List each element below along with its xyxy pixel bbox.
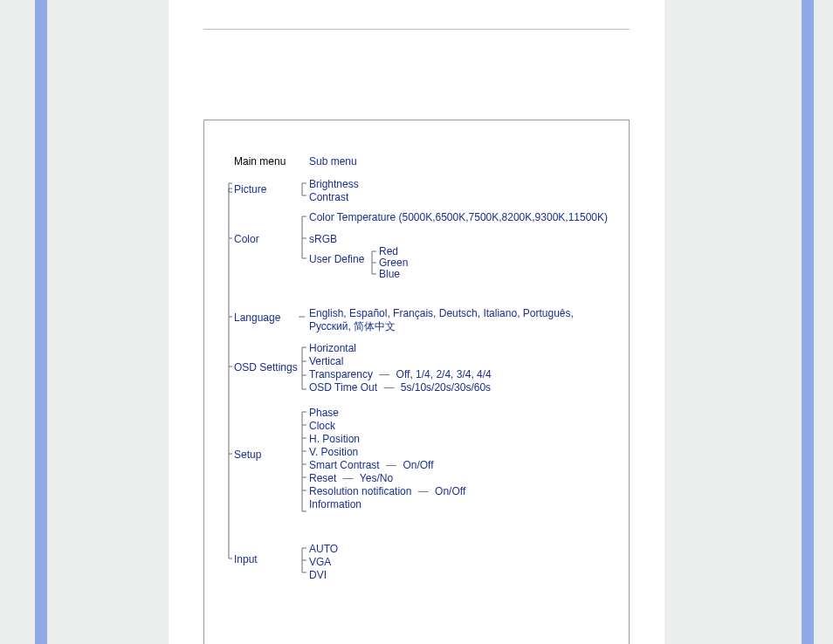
item-color-temp: Color Temperature (5000K,6500K,7500K,820…	[309, 211, 608, 223]
menu-input: Input	[234, 553, 258, 565]
item-resolution-notification: Resolution notification — On/Off	[309, 485, 465, 498]
margin-strip-right	[802, 0, 814, 644]
header-sub: Sub menu	[309, 155, 357, 168]
item-blue: Blue	[379, 269, 408, 280]
menu-picture: Picture	[234, 183, 266, 195]
item-osd-timeout: OSD Time Out — 5s/10s/20s/30s/60s	[309, 381, 492, 394]
sub-setup: Phase Clock H. Position V. Position Smar…	[309, 407, 465, 511]
item-smart-contrast: Smart Contrast — On/Off	[309, 459, 465, 472]
item-auto: AUTO	[309, 543, 338, 556]
label-transparency: Transparency	[309, 368, 373, 380]
diagram-frame: Main menu Sub menu Picture Color Languag…	[203, 120, 630, 644]
item-clock: Clock	[309, 420, 465, 433]
opts-transparency: Off, 1/4, 2/4, 3/4, 4/4	[396, 368, 492, 380]
dash-icon: —	[418, 485, 429, 497]
label-resolution-notification: Resolution notification	[309, 485, 411, 497]
item-vposition: V. Position	[309, 446, 465, 459]
item-information: Information	[309, 498, 465, 511]
item-user-define: User Define	[309, 253, 364, 265]
sub-input: AUTO VGA DVI	[309, 543, 338, 582]
item-vga: VGA	[309, 556, 338, 569]
label-osd-timeout: OSD Time Out	[309, 381, 377, 394]
dash-icon: —	[379, 368, 389, 380]
item-reset: Reset — Yes/No	[309, 472, 465, 485]
menu-setup: Setup	[234, 449, 261, 461]
item-contrast: Contrast	[309, 191, 359, 204]
sub-user-define-rgb: Red Green Blue	[379, 246, 408, 280]
top-rule	[203, 29, 630, 30]
menu-color: Color	[234, 233, 259, 245]
menu-language: Language	[234, 312, 280, 324]
item-horizontal: Horizontal	[309, 342, 492, 355]
sub-picture: Brightness Contrast	[309, 178, 359, 204]
item-vertical: Vertical	[309, 355, 492, 368]
opts-smart-contrast: On/Off	[403, 459, 433, 471]
item-hposition: H. Position	[309, 433, 465, 446]
dash-icon: —	[386, 459, 396, 471]
item-srgb: sRGB	[309, 233, 337, 245]
dash-icon: —	[383, 381, 394, 394]
item-language-list: English, Español, Français, Deutsch, Ita…	[309, 307, 597, 333]
opts-resolution-notification: On/Off	[435, 485, 465, 497]
opts-reset: Yes/No	[360, 472, 393, 484]
sub-osd: Horizontal Vertical Transparency — Off, …	[309, 342, 492, 394]
label-smart-contrast: Smart Contrast	[309, 459, 380, 471]
item-dvi: DVI	[309, 569, 338, 582]
item-transparency: Transparency — Off, 1/4, 2/4, 3/4, 4/4	[309, 368, 492, 381]
item-phase: Phase	[309, 407, 465, 420]
header-main: Main menu	[234, 155, 286, 168]
menu-osd-settings: OSD Settings	[234, 361, 298, 373]
dash-icon: —	[343, 472, 354, 484]
page: Main menu Sub menu Picture Color Languag…	[169, 0, 664, 644]
opts-osd-timeout: 5s/10s/20s/30s/60s	[401, 381, 491, 394]
margin-strip-left	[35, 0, 47, 644]
item-brightness: Brightness	[309, 178, 359, 191]
label-reset: Reset	[309, 472, 336, 484]
